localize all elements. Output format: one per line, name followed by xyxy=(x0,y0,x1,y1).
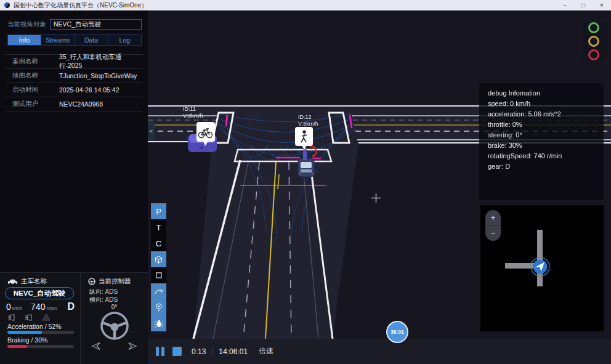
window-title: 国创中心数字化场景仿真平台（NEVC-SimOne） xyxy=(14,1,147,10)
crosshair-cursor xyxy=(371,193,381,203)
cube-icon xyxy=(154,255,163,264)
tool-p-button[interactable]: P xyxy=(151,203,166,219)
minimap-zoom-control: + − xyxy=(485,210,501,241)
debug-acceleration: acceleration: 5.06 m/s^2 xyxy=(488,109,595,119)
ego-car[interactable] xyxy=(298,158,314,177)
tool-t-button[interactable]: T xyxy=(151,219,166,235)
tool-square-button[interactable] xyxy=(151,267,166,283)
scene-viewport: ID:11 V:0km/h xyxy=(148,10,611,339)
warning-triangle-icon xyxy=(42,313,51,321)
playbar-divider xyxy=(212,347,212,355)
debug-brake: brake: 30% xyxy=(488,140,595,151)
acceleration-label: Acceleration / 52% xyxy=(7,323,62,330)
controller-longitudinal: 纵向: ADS xyxy=(89,288,118,296)
pause-icon[interactable] xyxy=(156,347,164,356)
simone-window: 国创中心数字化场景仿真平台（NEVC-SimOne） – □ × 当前视角对象 … xyxy=(0,0,611,364)
maximize-icon[interactable]: □ xyxy=(574,0,593,10)
view-target-input[interactable] xyxy=(50,19,142,30)
bug-icon xyxy=(155,319,163,328)
elapsed-time: 0:13 xyxy=(192,347,206,356)
actor-12-speed: V:5km/h xyxy=(298,121,318,127)
tool-bug-button[interactable] xyxy=(151,315,166,331)
gear-indicator: D xyxy=(67,301,75,312)
countdown-badge: 36:01 xyxy=(386,321,408,343)
debug-gear: gear: D xyxy=(488,161,595,172)
controller-lateral: 横向: ADS xyxy=(89,296,118,304)
tab-data[interactable]: Data xyxy=(75,35,108,45)
ego-name-button[interactable]: NEVC_自动驾驶 xyxy=(5,287,74,299)
traffic-light-indicator xyxy=(582,22,605,60)
field-map-name: 地图名称 TJunction_StopToGiveWay xyxy=(5,69,143,83)
stop-icon[interactable] xyxy=(172,347,182,356)
square-icon xyxy=(155,271,163,280)
actor-11-speed: V:0km/h xyxy=(183,113,203,119)
steering-angle: 0° xyxy=(81,304,148,310)
sidebar-tabs: Info Streams Data Log xyxy=(7,34,142,46)
low-beam-icon xyxy=(7,314,17,321)
debug-rotating-speed: rotatingSpeed: 740 r/min xyxy=(488,151,595,161)
tab-info[interactable]: Info xyxy=(8,35,41,45)
field-case-name: 案例名称 35_行人和非机动车通行-2025 xyxy=(5,55,143,69)
tab-streams[interactable]: Streams xyxy=(41,35,75,45)
titlebar: 国创中心数字化场景仿真平台（NEVC-SimOne） – □ × xyxy=(0,0,611,10)
close-icon[interactable]: × xyxy=(593,0,611,10)
zoom-out-button[interactable]: − xyxy=(485,226,501,241)
debug-steering: steering: 0° xyxy=(488,130,595,140)
debug-speed: speed: 0 km/h xyxy=(488,99,595,109)
debug-title: debug Infomation xyxy=(488,88,595,99)
tool-cube-button[interactable] xyxy=(151,251,166,267)
braking-label: Braking / 30% xyxy=(7,336,47,344)
controller-title: 当前控制器 xyxy=(99,277,131,286)
clock-time: 14:06:01 xyxy=(219,347,248,356)
rpm-value: 740 xyxy=(31,302,45,312)
turn-left-icon xyxy=(91,342,100,350)
playback-bar: 0:13 14:06:01 倍速 xyxy=(148,339,611,364)
minimize-icon[interactable]: – xyxy=(556,0,574,10)
traffic-light-amber xyxy=(588,36,599,47)
acceleration-bar xyxy=(7,331,74,334)
zoom-in-button[interactable]: + xyxy=(485,210,501,226)
debug-panel: debug Infomation speed: 0 km/h accelerat… xyxy=(479,83,604,200)
ego-name-label: 主车名称 xyxy=(21,277,47,286)
minimap[interactable]: + − xyxy=(480,205,604,331)
ego-vehicle-panel: 主车名称 NEVC_自动驾驶 0 km/h 740 r/min D xyxy=(0,272,148,364)
viewport-toolbar: P T C xyxy=(151,203,166,331)
debug-throttle: throttle: 0% xyxy=(488,119,595,130)
tool-location-button[interactable] xyxy=(151,299,166,315)
sidebar-collapse-handle[interactable]: < xyxy=(148,121,155,141)
turn-right-icon xyxy=(128,342,138,350)
position-lamp-icon xyxy=(25,314,34,321)
actor-11-id: ID:11 xyxy=(183,106,196,112)
car-icon xyxy=(7,278,18,285)
info-fields: 案例名称 35_行人和非机动车通行-2025 地图名称 TJunction_St… xyxy=(5,54,143,111)
tool-c-button[interactable]: C xyxy=(151,235,166,251)
speed-value: 0 xyxy=(6,302,11,312)
actor-12-id: ID:12 xyxy=(298,114,312,120)
playback-rate-button[interactable]: 倍速 xyxy=(259,346,273,357)
tab-log[interactable]: Log xyxy=(108,35,141,45)
field-start-time: 启动时间 2025-04-26 14:05:42 xyxy=(5,83,143,97)
steering-icon xyxy=(88,278,95,285)
braking-bar xyxy=(7,345,74,348)
app-icon xyxy=(4,2,10,8)
curve-icon xyxy=(154,287,164,296)
traffic-light-green xyxy=(588,22,599,33)
tool-curve-button[interactable] xyxy=(151,283,166,299)
field-test-user: 测试用户 NEVC24A0968 xyxy=(5,97,143,111)
view-target-label: 当前视角对象 xyxy=(7,20,46,29)
left-sidebar: 当前视角对象 Info Streams Data Log 案例名称 35_行人和… xyxy=(0,10,148,364)
location-icon xyxy=(155,302,163,312)
traffic-light-red xyxy=(588,49,599,60)
steering-wheel-icon xyxy=(98,311,131,342)
